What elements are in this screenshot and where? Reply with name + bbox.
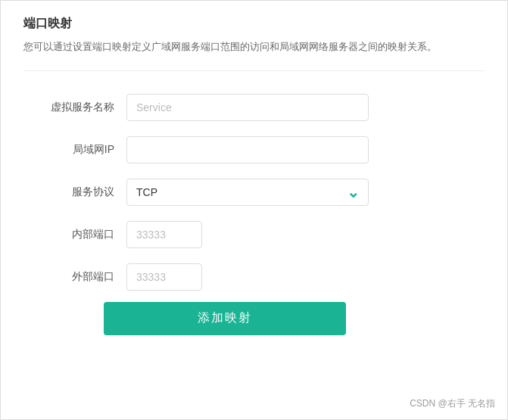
page-title: 端口映射 (23, 16, 485, 32)
page-container: 端口映射 您可以通过设置端口映射定义广域网服务端口范围的访问和局域网网络服务器之… (0, 0, 508, 420)
form-container: 虚拟服务名称 局域网IP 服务协议 TCP UDP ALL ⌄ 内部端口 外部端… (23, 94, 485, 291)
service-name-row: 虚拟服务名称 (46, 94, 485, 121)
external-port-input[interactable] (126, 263, 202, 291)
external-port-row: 外部端口 (46, 263, 485, 291)
internal-port-label: 内部端口 (46, 228, 114, 241)
submit-row: 添加映射 (23, 302, 485, 335)
page-description: 您可以通过设置端口映射定义广域网服务端口范围的访问和局域网网络服务器之间的映射关… (23, 39, 485, 71)
service-name-input[interactable] (126, 94, 369, 121)
service-name-label: 虚拟服务名称 (46, 101, 114, 114)
lan-ip-label: 局域网IP (46, 143, 114, 157)
internal-port-input[interactable] (126, 221, 202, 248)
lan-ip-row: 局域网IP (46, 136, 485, 163)
internal-port-row: 内部端口 (46, 221, 485, 248)
protocol-select[interactable]: TCP UDP ALL (126, 179, 369, 206)
lan-ip-input[interactable] (126, 136, 369, 163)
external-port-label: 外部端口 (46, 270, 114, 284)
protocol-row: 服务协议 TCP UDP ALL ⌄ (46, 179, 485, 206)
protocol-label: 服务协议 (46, 185, 114, 199)
watermark: CSDN @右手 无名指 (410, 397, 495, 410)
protocol-select-wrapper: TCP UDP ALL ⌄ (126, 179, 369, 206)
submit-button[interactable]: 添加映射 (104, 302, 346, 335)
